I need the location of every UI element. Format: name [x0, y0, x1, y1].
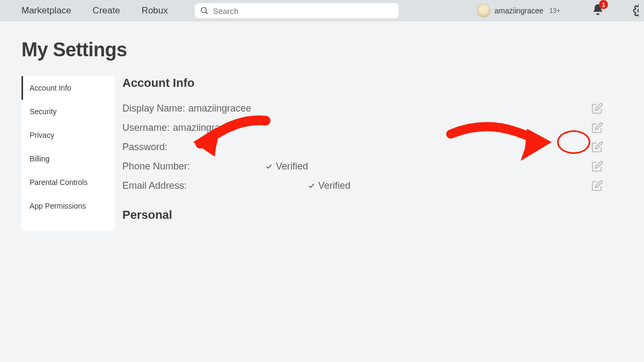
- svg-line-1: [206, 12, 208, 14]
- page-title: My Settings: [21, 39, 644, 61]
- sidebar-item-account-info[interactable]: Account Info: [21, 76, 115, 100]
- sidebar-item-billing[interactable]: Billing: [21, 147, 115, 171]
- sidebar-item-app-permissions[interactable]: App Permissions: [21, 194, 115, 218]
- edit-icon[interactable]: [591, 122, 603, 134]
- username-label: amaziingracee: [495, 6, 544, 15]
- field-password: Password:: [122, 137, 623, 157]
- field-username: Username: amaziingracee: [122, 118, 623, 137]
- notifications-button[interactable]: 1: [591, 3, 604, 18]
- edit-icon[interactable]: [591, 180, 603, 191]
- nav-robux[interactable]: Robux: [142, 5, 168, 16]
- edit-icon[interactable]: [591, 141, 603, 153]
- svg-point-0: [201, 8, 206, 12]
- verified-text: Verified: [318, 180, 350, 191]
- edit-icon[interactable]: [591, 160, 603, 172]
- field-email: Email Address: Verified: [122, 176, 623, 195]
- sidebar-item-label: Billing: [30, 154, 49, 163]
- verified-badge: Verified: [308, 180, 350, 191]
- search-input[interactable]: [195, 3, 399, 18]
- user-menu[interactable]: amaziingracee 13+: [477, 4, 560, 18]
- field-value: amaziingracee: [188, 103, 251, 114]
- settings-sidebar: Account Info Security Privacy Billing Pa…: [21, 76, 115, 231]
- field-label: Password:: [122, 142, 167, 153]
- section-title-account-info: Account Info: [122, 76, 623, 90]
- field-label: Username:: [122, 122, 170, 134]
- svg-point-2: [638, 9, 639, 13]
- check-icon: [265, 162, 273, 170]
- sidebar-item-parental-controls[interactable]: Parental Controls: [21, 171, 115, 194]
- sidebar-item-privacy[interactable]: Privacy: [21, 123, 115, 147]
- check-icon: [308, 182, 315, 189]
- settings-icon[interactable]: [633, 4, 639, 18]
- field-label: Display Name:: [122, 103, 185, 114]
- field-label: Email Address:: [122, 180, 187, 191]
- section-title-personal: Personal: [122, 208, 623, 222]
- verified-badge: Verified: [265, 161, 308, 172]
- sidebar-item-label: App Permissions: [30, 202, 86, 210]
- settings-main: Account Info Display Name: amaziingracee…: [122, 76, 623, 231]
- field-phone: Phone Number: Verified: [122, 157, 623, 176]
- top-nav: Marketplace Create Robux amaziingracee 1…: [0, 0, 644, 21]
- sidebar-item-label: Privacy: [30, 131, 54, 139]
- nav-create[interactable]: Create: [93, 5, 120, 16]
- verified-text: Verified: [276, 161, 308, 172]
- field-label: Phone Number:: [122, 161, 190, 172]
- sidebar-item-label: Security: [30, 107, 57, 116]
- avatar: [477, 4, 491, 18]
- edit-icon[interactable]: [591, 102, 603, 114]
- search-icon: [200, 6, 209, 15]
- field-value: amaziingracee: [173, 122, 236, 134]
- search-wrap: [195, 3, 399, 18]
- field-display-name: Display Name: amaziingracee: [122, 99, 623, 118]
- notification-badge: 1: [599, 0, 608, 9]
- sidebar-item-label: Parental Controls: [30, 178, 87, 187]
- sidebar-item-security[interactable]: Security: [21, 100, 115, 123]
- nav-marketplace[interactable]: Marketplace: [21, 5, 71, 16]
- sidebar-item-label: Account Info: [30, 84, 71, 92]
- age-tag: 13+: [550, 7, 560, 14]
